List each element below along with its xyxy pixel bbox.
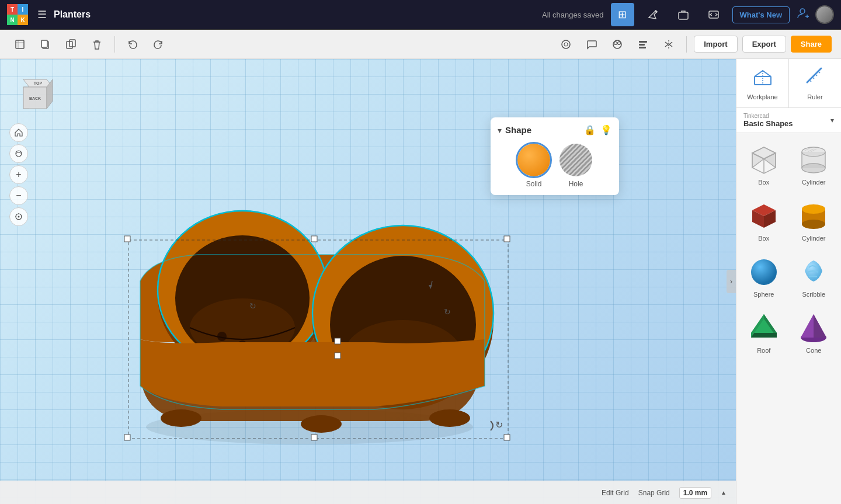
home-view-button[interactable] xyxy=(9,123,28,142)
undo-icon xyxy=(127,39,138,50)
shape-item-sphere[interactable]: Sphere xyxy=(741,250,787,301)
zoom-in-button[interactable]: + xyxy=(9,165,28,184)
svg-rect-45 xyxy=(124,435,130,440)
workplane-icon xyxy=(752,66,773,91)
shape-item-box-wire[interactable]: Box xyxy=(741,138,787,189)
redo-button[interactable] xyxy=(148,34,169,55)
3d-viewport[interactable]: TOP BACK + xyxy=(0,59,736,504)
suitcase-icon xyxy=(677,9,689,20)
cone-label: Cone xyxy=(806,347,821,354)
shape-item-cylinder-solid[interactable]: Cylinder xyxy=(791,194,837,245)
ruler-tool[interactable]: Ruler xyxy=(789,59,841,107)
svg-point-55 xyxy=(161,409,201,427)
export-button[interactable]: Export xyxy=(742,36,786,53)
top-tools-row: Workplane Ruler xyxy=(736,59,841,108)
suitcase-icon-btn[interactable] xyxy=(672,3,695,26)
svg-rect-43 xyxy=(124,236,130,242)
logo-k: K xyxy=(18,15,28,25)
cylinder-wire-icon xyxy=(796,141,831,176)
hole-shape-option[interactable]: Hole xyxy=(559,144,592,188)
shape-item-cylinder-wire[interactable]: Cylinder xyxy=(791,138,837,189)
workplane-tool[interactable]: Workplane xyxy=(736,59,789,107)
user-area[interactable] xyxy=(797,5,834,24)
duplicate-button[interactable] xyxy=(61,34,82,55)
svg-point-9 xyxy=(562,40,570,48)
library-selector[interactable]: Tinkercad Basic Shapes ▾ xyxy=(736,108,841,133)
edit-grid-button[interactable]: Edit Grid xyxy=(602,489,629,497)
shape-item-cone[interactable]: Cone xyxy=(791,306,837,357)
3d-object[interactable]: ↻ ↻ ↻ xyxy=(105,164,514,456)
undo-button[interactable] xyxy=(122,34,143,55)
copy-button[interactable] xyxy=(35,34,56,55)
svg-rect-0 xyxy=(654,10,658,13)
viewport-collapse-button[interactable]: › xyxy=(727,270,736,293)
align-icon xyxy=(637,39,649,50)
view-home-icon xyxy=(560,39,572,50)
svg-point-78 xyxy=(802,220,825,229)
hammer-icon-btn[interactable] xyxy=(641,3,665,26)
person-add-icon xyxy=(797,6,811,20)
svg-point-13 xyxy=(618,41,621,44)
select-workplane-button[interactable] xyxy=(9,34,30,55)
orbit-icon xyxy=(14,149,23,158)
sphere-label: Sphere xyxy=(753,291,774,298)
workplane-select-icon xyxy=(14,39,26,50)
inspector-button[interactable] xyxy=(607,34,628,55)
delete-button[interactable] xyxy=(86,34,107,55)
shape-panel: ▾ Shape 🔒 💡 Solid Hole xyxy=(491,117,619,195)
snap-grid-arrow-icon[interactable]: ▲ xyxy=(721,489,727,496)
whats-new-button[interactable]: What's New xyxy=(732,6,790,23)
svg-rect-15 xyxy=(639,44,645,46)
solid-shape-option[interactable]: Solid xyxy=(517,144,550,188)
hole-label: Hole xyxy=(569,180,583,188)
bottom-status-bar: Edit Grid Snap Grid 1.0 mm ▲ xyxy=(0,481,736,504)
mirror-button[interactable] xyxy=(658,34,679,55)
shape-lock-icon[interactable]: 🔒 xyxy=(584,124,596,135)
svg-rect-46 xyxy=(504,435,510,440)
snap-grid-label: Snap Grid xyxy=(638,489,670,497)
solid-circle xyxy=(517,144,550,176)
code-icon xyxy=(708,9,720,20)
navigation-cube[interactable]: TOP BACK xyxy=(12,71,58,117)
reset-view-button[interactable] xyxy=(9,207,28,226)
user-avatar[interactable] xyxy=(815,5,834,24)
align-button[interactable] xyxy=(633,34,654,55)
library-info: Tinkercad Basic Shapes xyxy=(743,113,793,128)
shape-panel-collapse-icon[interactable]: ▾ xyxy=(498,126,502,135)
roof-label: Roof xyxy=(757,347,770,354)
solid-label: Solid xyxy=(526,180,542,188)
library-dropdown-icon: ▾ xyxy=(830,116,834,124)
home-icon xyxy=(14,128,23,137)
zoom-out-button[interactable]: − xyxy=(9,186,28,205)
orbit-button[interactable] xyxy=(9,144,28,163)
shapes-grid: Box Cylinder xyxy=(736,133,841,362)
workplane-svg xyxy=(752,66,773,87)
svg-text:↻: ↻ xyxy=(495,420,503,430)
shape-light-icon[interactable]: 💡 xyxy=(600,124,612,135)
zoom-out-icon: − xyxy=(16,191,21,200)
ruler-svg xyxy=(805,66,826,87)
sphere-icon xyxy=(746,253,781,289)
app-logo[interactable]: T I N K xyxy=(7,4,28,25)
snap-grid-value[interactable]: 1.0 mm xyxy=(679,487,711,499)
view-home-button[interactable] xyxy=(555,34,576,55)
grid-view-icon-btn[interactable]: ⊞ xyxy=(611,3,634,26)
svg-marker-83 xyxy=(751,333,777,338)
code-icon-btn[interactable] xyxy=(702,3,725,26)
logo-n: N xyxy=(7,15,18,25)
share-button[interactable]: Share xyxy=(791,36,832,53)
svg-point-80 xyxy=(751,259,777,285)
import-button[interactable]: Import xyxy=(694,36,737,53)
library-name: Basic Shapes xyxy=(743,119,793,128)
project-title[interactable]: Planters xyxy=(54,9,91,20)
save-status: All changes saved xyxy=(542,11,604,19)
shape-item-box-solid[interactable]: Box xyxy=(741,194,787,245)
shape-item-scribble[interactable]: Scribble xyxy=(791,250,837,301)
shape-item-roof[interactable]: Roof xyxy=(741,306,787,357)
top-navigation: T I N K ☰ Planters All changes saved ⊞ W… xyxy=(0,0,841,30)
speech-bubble-button[interactable] xyxy=(581,34,602,55)
project-list-icon[interactable]: ☰ xyxy=(37,8,47,21)
svg-rect-14 xyxy=(639,41,647,43)
svg-text:TOP: TOP xyxy=(34,81,43,85)
cylinder-wire-label: Cylinder xyxy=(802,179,825,186)
